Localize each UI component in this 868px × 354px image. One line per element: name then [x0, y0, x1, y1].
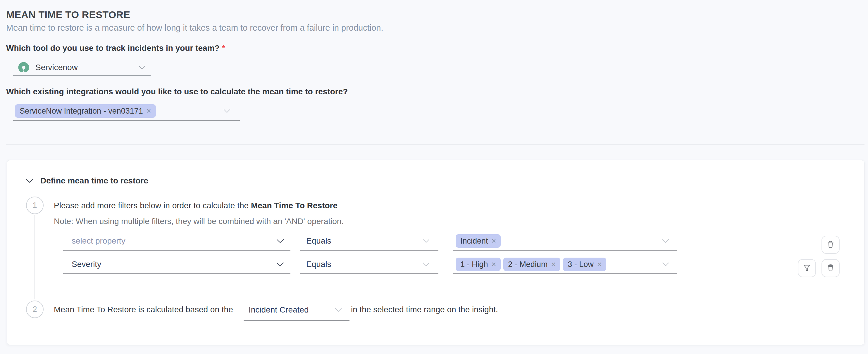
remove-icon[interactable]: × [492, 260, 496, 269]
filter-2-values-select[interactable]: 1 - High × 2 - Medium × 3 - Low × [453, 255, 677, 274]
add-filter-button[interactable] [798, 259, 816, 277]
filter-2-operator-value: Equals [306, 260, 331, 269]
tool-question: Which tool do you use to track incidents… [6, 43, 225, 53]
delete-filter-1-button[interactable] [822, 236, 840, 254]
servicenow-logo-icon [18, 62, 29, 73]
remove-icon[interactable]: × [551, 260, 556, 269]
chevron-down-icon [276, 262, 284, 267]
step-connector-line [34, 215, 35, 299]
event-basis-value: Incident Created [249, 305, 309, 315]
event-basis-select[interactable]: Incident Created [244, 300, 349, 321]
filter-2-operator-select[interactable]: Equals [300, 255, 438, 274]
delete-filter-2-button[interactable] [822, 259, 840, 277]
filter-1-operator-value: Equals [306, 236, 331, 246]
remove-icon[interactable]: × [492, 237, 496, 246]
tool-question-label: Which tool do you use to track incidents… [6, 43, 220, 52]
chevron-down-icon [223, 109, 230, 113]
step-1-instruction-prefix: Please add more filters below in order t… [54, 201, 251, 210]
define-mtr-panel: Define mean time to restore 1 Please add… [7, 160, 865, 345]
step-1-note: Note: When using multiple filters, they … [54, 216, 344, 226]
tool-select-value: Servicenow [35, 63, 78, 72]
filter-value-chip[interactable]: 3 - Low × [563, 258, 606, 271]
filter-1-property-select[interactable]: select property [63, 232, 290, 251]
tool-select[interactable]: Servicenow [13, 60, 151, 76]
filter-value-chip[interactable]: Incident × [456, 234, 501, 248]
chevron-down-icon [662, 262, 669, 267]
chevron-down-icon [423, 239, 430, 243]
page-subtitle: Mean time to restore is a measure of how… [6, 23, 383, 33]
step-2-text-suffix: in the selected time range on the insigh… [351, 305, 498, 315]
step-1-instruction-metric: Mean Time To Restore [251, 201, 338, 210]
page-title: MEAN TIME TO RESTORE [6, 9, 130, 21]
filter-2-property-select[interactable]: Severity [63, 255, 290, 274]
step-2-text-prefix: Mean Time To Restore is calculated based… [54, 305, 233, 315]
trash-icon [826, 263, 835, 273]
panel-title: Define mean time to restore [40, 176, 148, 186]
remove-icon[interactable]: × [147, 107, 151, 116]
filter-2-property-value: Severity [72, 260, 101, 269]
chevron-down-icon[interactable] [26, 178, 33, 183]
selected-integration-chip[interactable]: ServiceNow Integration - ven03171 × [15, 104, 156, 118]
filter-1-values-select[interactable]: Incident × [453, 232, 677, 251]
filter-value-chip[interactable]: 2 - Medium × [503, 258, 560, 271]
chip-label: ServiceNow Integration - ven03171 [20, 107, 143, 116]
chip-label: 3 - Low [568, 260, 594, 269]
step-2-badge: 2 [26, 300, 43, 318]
chevron-down-icon [335, 308, 342, 312]
section-divider [6, 144, 865, 145]
remove-icon[interactable]: × [597, 260, 602, 269]
step-1-instruction: Please add more filters below in order t… [54, 201, 338, 211]
filter-1-property-placeholder: select property [72, 236, 125, 246]
integrations-question: Which existing integrations would you li… [6, 87, 348, 97]
chip-label: 1 - High [460, 260, 488, 269]
panel-collapse-header[interactable]: Define mean time to restore [26, 176, 148, 186]
step-1-badge: 1 [26, 197, 43, 214]
chip-label: 2 - Medium [508, 260, 548, 269]
panel-footer-divider [17, 338, 864, 338]
chevron-down-icon [138, 65, 145, 70]
chevron-down-icon [276, 239, 284, 243]
trash-icon [826, 240, 835, 250]
filter-1-operator-select[interactable]: Equals [300, 232, 438, 251]
filter-value-chip[interactable]: 1 - High × [456, 258, 501, 271]
required-asterisk: * [222, 43, 225, 52]
chevron-down-icon [423, 262, 430, 267]
chevron-down-icon [662, 239, 669, 243]
funnel-icon [803, 263, 811, 273]
chip-label: Incident [460, 237, 488, 246]
integrations-select[interactable]: ServiceNow Integration - ven03171 × [13, 102, 240, 120]
